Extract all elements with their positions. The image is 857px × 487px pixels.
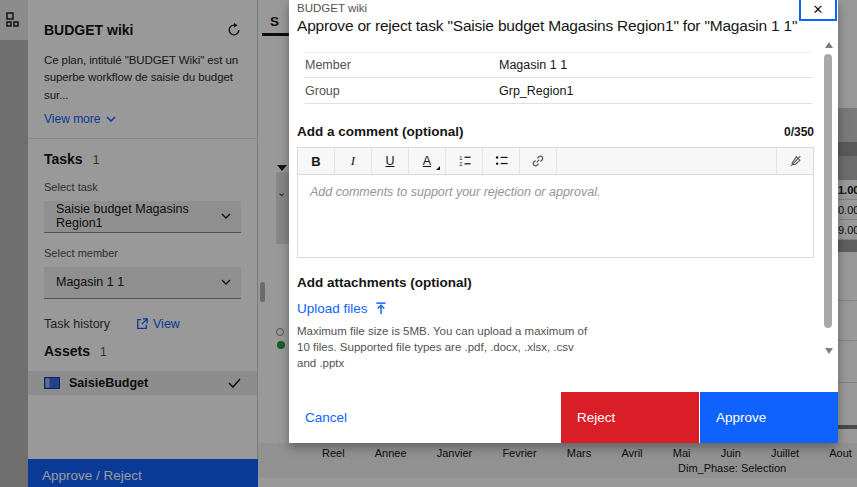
scrollbar-thumb[interactable]	[824, 54, 832, 328]
upload-files-button[interactable]: Upload files	[297, 301, 387, 316]
comment-input[interactable]: Add comments to support your rejection o…	[298, 175, 813, 257]
modal-scrollbar[interactable]	[824, 40, 833, 365]
member-label: Member	[305, 58, 499, 72]
close-button[interactable]: ✕	[799, 0, 837, 21]
comment-editor: B I U A 1 2	[297, 147, 814, 258]
approve-reject-modal: BUDGET wiki Approve or reject task "Sais…	[289, 0, 838, 443]
task-details-table: Member Magasin 1 1 Group Grp_Region1	[305, 52, 812, 104]
link-icon	[530, 154, 546, 168]
bold-button[interactable]: B	[298, 148, 335, 174]
scroll-down-icon[interactable]	[825, 348, 833, 354]
group-label: Group	[305, 84, 499, 98]
character-counter: 0/350	[784, 125, 814, 139]
reject-button[interactable]: Reject	[561, 392, 699, 443]
member-value: Magasin 1 1	[499, 58, 567, 72]
svg-text:1: 1	[459, 155, 462, 161]
upload-icon	[375, 302, 387, 315]
upload-files-label: Upload files	[297, 301, 368, 316]
link-button[interactable]	[520, 148, 557, 174]
italic-button[interactable]: I	[335, 148, 372, 174]
clear-format-button[interactable]	[776, 148, 813, 174]
approve-button[interactable]: Approve	[700, 392, 838, 443]
close-icon: ✕	[813, 2, 824, 17]
unordered-list-button[interactable]	[483, 148, 520, 174]
underline-button[interactable]: U	[372, 148, 409, 174]
table-row: Group Grp_Region1	[305, 78, 812, 104]
upload-help-text: Maximum file size is 5MB. You can upload…	[297, 324, 589, 372]
comment-heading: Add a comment (optional)	[297, 124, 464, 139]
rich-text-toolbar: B I U A 1 2	[298, 148, 813, 175]
group-value: Grp_Region1	[499, 84, 573, 98]
clear-format-icon	[788, 154, 803, 168]
table-row: Member Magasin 1 1	[305, 52, 812, 78]
svg-text:2: 2	[459, 161, 462, 167]
cancel-link[interactable]: Cancel	[305, 410, 347, 425]
screen: BUDGET wiki Ce plan, intitulé "BUDGET Wi…	[0, 0, 857, 487]
text-color-button[interactable]: A	[409, 148, 446, 174]
ordered-list-button[interactable]: 1 2	[446, 148, 483, 174]
unordered-list-icon	[494, 154, 509, 168]
modal-title: Approve or reject task "Saisie budget Ma…	[297, 17, 838, 35]
scroll-up-icon[interactable]	[825, 42, 833, 48]
modal-context-label: BUDGET wiki	[297, 2, 838, 14]
modal-footer: Cancel Reject Approve	[289, 392, 838, 443]
ordered-list-icon: 1 2	[457, 154, 472, 168]
attachments-heading: Add attachments (optional)	[297, 275, 814, 290]
